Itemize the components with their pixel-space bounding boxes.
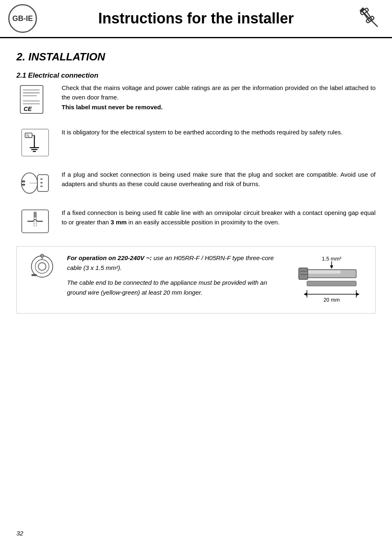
section-title: 2. INSTALLATION xyxy=(16,51,376,63)
svg-rect-25 xyxy=(40,178,42,180)
cable-icon xyxy=(23,253,60,280)
svg-rect-38 xyxy=(31,274,37,276)
instruction-text-ce: Check that the mains voltage and power c… xyxy=(62,83,376,112)
earth-icon: N xyxy=(16,127,53,158)
svg-text:CE: CE xyxy=(23,106,32,112)
svg-marker-43 xyxy=(330,265,333,269)
svg-marker-52 xyxy=(356,293,360,296)
page-title: Instructions for the installer xyxy=(37,10,355,27)
instruction-text-plug: If a plug and socket connection is being… xyxy=(62,170,376,189)
cable-text: For operation on 220-240V ~: use an H05R… xyxy=(67,253,286,302)
svg-rect-24 xyxy=(37,175,48,191)
ce-icon: CE xyxy=(16,83,53,116)
svg-text:1.5 mm²: 1.5 mm² xyxy=(322,256,341,262)
instruction-row-earth: N It is obligatory for the electrical sy… xyxy=(16,127,376,158)
svg-line-3 xyxy=(361,10,378,27)
svg-rect-46 xyxy=(299,268,308,279)
instruction-text-breaker: If a fixed connection is being used fit … xyxy=(62,208,376,227)
cable-section: For operation on 220-240V ~: use an H05R… xyxy=(16,246,376,314)
switch-icon xyxy=(16,208,53,235)
page-header: GB-IE Instructions for the installer xyxy=(0,0,392,38)
svg-text:20 mm: 20 mm xyxy=(323,297,340,303)
plug-icon xyxy=(16,170,53,196)
instruction-row-breaker: If a fixed connection is being used fit … xyxy=(16,208,376,235)
svg-rect-4 xyxy=(360,7,365,13)
instruction-row-ce: CE Check that the mains voltage and powe… xyxy=(16,83,376,116)
svg-rect-23 xyxy=(21,184,25,185)
cable-left: For operation on 220-240V ~: use an H05R… xyxy=(23,253,286,307)
tools-icon xyxy=(355,4,384,33)
svg-rect-22 xyxy=(21,180,25,182)
svg-rect-27 xyxy=(40,186,42,187)
svg-rect-26 xyxy=(40,182,42,184)
instruction-row-plug: If a plug and socket connection is being… xyxy=(16,170,376,196)
svg-rect-45 xyxy=(308,270,341,274)
cable-diagram: 1.5 mm² 20 mm xyxy=(295,253,369,307)
svg-rect-49 xyxy=(307,281,356,286)
svg-point-36 xyxy=(35,260,49,273)
svg-rect-34 xyxy=(33,212,36,217)
svg-text:N: N xyxy=(26,134,29,138)
subsection-title: 2.1 Electrical connection xyxy=(16,72,376,80)
main-content: 2. INSTALLATION 2.1 Electrical connectio… xyxy=(0,42,392,341)
page-number: 32 xyxy=(16,530,23,537)
svg-marker-51 xyxy=(304,293,307,296)
country-logo: GB-IE xyxy=(8,4,37,33)
instruction-text-earth: It is obligatory for the electrical syst… xyxy=(62,127,376,137)
svg-point-37 xyxy=(38,263,46,270)
